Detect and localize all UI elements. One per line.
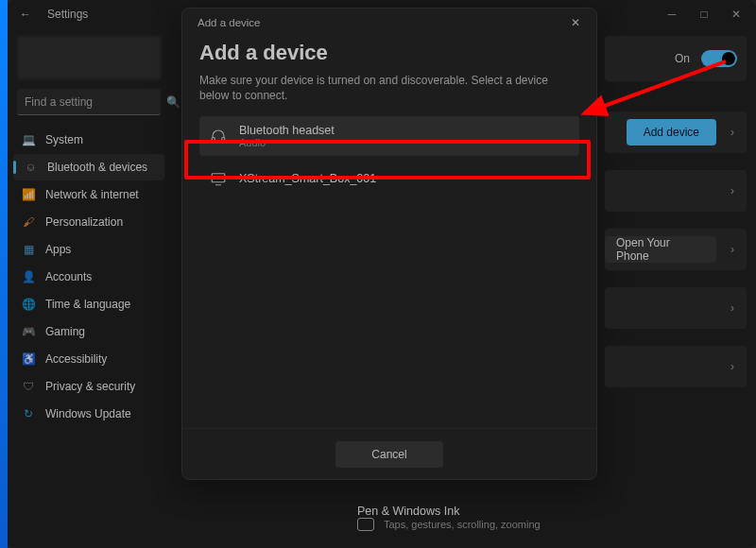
settings-window: ← Settings ─ □ ✕ 🔍 💻System ⎉Bluetooth & … — [8, 0, 756, 548]
modal-overlay — [8, 0, 756, 548]
desktop-edge — [0, 0, 8, 548]
